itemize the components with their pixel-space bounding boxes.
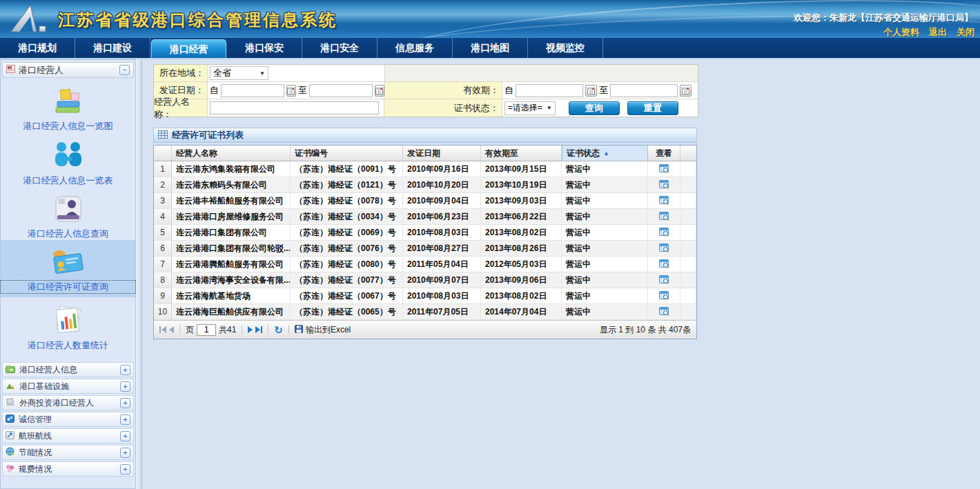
table-row[interactable]: 10 连云港海巨船舶供应有限公司 （苏连）港经证（0065）号 2011年07月…: [154, 304, 696, 320]
sidebar-splitter[interactable]: [136, 59, 142, 489]
view-detail-icon[interactable]: [659, 259, 669, 269]
sidebar-item-overview-table[interactable]: 港口经营人信息一览表: [1, 132, 135, 187]
filter-row-region: 所在地域： 全省 ▼: [154, 65, 698, 82]
expand-button[interactable]: +: [120, 415, 130, 425]
table-row[interactable]: 4 连云港港口房屋维修服务公司 （苏连）港经证（0034）号 2010年06月2…: [154, 209, 696, 225]
close-link[interactable]: 关闭: [957, 26, 974, 38]
row-number: 10: [154, 304, 172, 319]
tab-port-operation[interactable]: 港口经营: [151, 39, 226, 58]
table-row[interactable]: 7 连云港港腾船舶服务有限公司 （苏连）港经证（0080）号 2011年05月0…: [154, 257, 696, 272]
col-header-valid-until[interactable]: 有效期至: [481, 146, 562, 161]
query-button[interactable]: 查询: [569, 101, 620, 115]
col-header-name[interactable]: 经营人名称: [172, 146, 291, 161]
expand-button[interactable]: +: [120, 431, 130, 441]
section-flight-routes[interactable]: 航班航线 +: [2, 428, 134, 443]
validity-to-input[interactable]: [610, 84, 678, 97]
calendar-icon[interactable]: [680, 85, 692, 97]
integrity-icon: [6, 415, 14, 425]
issue-date-cell: 2011年07月05日: [403, 304, 481, 319]
sidebar-item-license-query[interactable]: 港口经营许可证查询: [1, 240, 135, 297]
panel-window-icon: [6, 65, 15, 75]
row-number: 5: [154, 225, 172, 240]
section-energy-saving[interactable]: 节能情况 +: [2, 445, 134, 460]
view-detail-icon[interactable]: [659, 180, 669, 190]
expand-button[interactable]: +: [120, 464, 130, 475]
section-label: 诚信管理: [19, 414, 116, 426]
view-detail-icon[interactable]: [659, 243, 669, 253]
view-detail-icon[interactable]: [659, 212, 669, 221]
valid-until-cell: 2013年08月26日: [481, 241, 562, 256]
valid-until-cell: 2013年09月03日: [481, 193, 562, 208]
sidebar-item-label: 港口经营许可证查询: [1, 281, 135, 293]
main-content: 所在地域： 全省 ▼ 发证日期： 自 至 有效期： 自: [142, 59, 980, 489]
sidebar-item-quantity-stats[interactable]: 港口经营人数量统计: [1, 297, 135, 352]
table-row[interactable]: 8 连云港港湾海事安全设备有限... （苏连）港经证（0077）号 2010年0…: [154, 272, 696, 288]
table-row[interactable]: 5 连云港港口集团有限公司 （苏连）港经证（0069）号 2010年08月03日…: [154, 225, 696, 241]
col-header-status[interactable]: 证书状态 ▲: [562, 146, 648, 161]
section-label: 规费情况: [19, 463, 116, 475]
region-select[interactable]: 全省 ▼: [210, 66, 268, 80]
tab-port-security[interactable]: 港口保安: [227, 38, 302, 58]
tab-info-service[interactable]: 信息服务: [378, 38, 453, 58]
cert-no-cell: （苏连）港经证（0034）号: [291, 209, 403, 224]
tab-port-map[interactable]: 港口地图: [453, 38, 528, 58]
globe-icon: [6, 447, 14, 458]
sort-asc-icon: ▲: [603, 150, 609, 157]
expand-button[interactable]: +: [120, 398, 130, 408]
view-detail-icon[interactable]: [659, 164, 669, 174]
table-row[interactable]: 6 连云港港口集团有限公司轮驳... （苏连）港经证（0076）号 2010年0…: [154, 241, 696, 257]
validity-from-input[interactable]: [516, 84, 583, 97]
export-excel-button[interactable]: 输出到Excel: [295, 324, 351, 336]
sidebar-panel-title: 港口经营人: [19, 64, 116, 77]
sidebar-item-overview-map[interactable]: 港口经营人信息一览图: [1, 78, 135, 132]
issue-date-from-input[interactable]: [221, 84, 284, 97]
page-number-input[interactable]: [197, 324, 216, 336]
view-detail-icon[interactable]: [659, 291, 669, 301]
expand-button[interactable]: +: [120, 365, 130, 375]
tab-video-monitor[interactable]: 视频监控: [528, 38, 603, 58]
cert-status-select[interactable]: =请选择= ▼: [504, 101, 556, 115]
section-operator-info[interactable]: 港口经营人信息 +: [2, 362, 134, 377]
view-detail-icon[interactable]: [659, 196, 669, 206]
table-row[interactable]: 2 连云港东粮码头有限公司 （苏连）港经证（0121）号 2010年10月20日…: [154, 177, 696, 193]
next-page-button[interactable]: [248, 326, 253, 333]
table-row[interactable]: 1 连云港东鸿集装箱有限公司 （苏连）港经证（0091）号 2010年09月16…: [154, 161, 696, 177]
first-page-button[interactable]: [159, 326, 166, 333]
col-header-view[interactable]: 查看: [648, 146, 680, 161]
sidebar-item-info-query[interactable]: 港口经营人信息查询: [1, 187, 135, 240]
reset-button[interactable]: 重置: [627, 101, 678, 115]
table-row[interactable]: 9 连云港海航基地货场 （苏连）港经证（0067）号 2010年08月03日 2…: [154, 288, 696, 304]
logout-link[interactable]: 退出: [929, 26, 947, 38]
view-detail-icon[interactable]: [659, 275, 669, 285]
view-detail-icon[interactable]: [659, 307, 669, 317]
tab-port-planning[interactable]: 港口规划: [0, 38, 75, 58]
section-integrity[interactable]: 诚信管理 +: [2, 412, 134, 427]
col-header-issue-date[interactable]: 发证日期: [403, 146, 481, 161]
col-header-cert-no[interactable]: 证书编号: [291, 146, 403, 161]
row-number: 6: [154, 241, 172, 256]
calendar-icon[interactable]: [585, 85, 597, 97]
issue-date-cell: 2010年08月03日: [403, 225, 481, 240]
sidebar-panel-header[interactable]: 港口经营人 −: [2, 62, 134, 78]
tab-port-safety[interactable]: 港口安全: [302, 38, 378, 58]
sidebar-item-label: 港口经营人数量统计: [1, 339, 135, 352]
section-fees[interactable]: 规费情况 +: [2, 461, 134, 477]
view-detail-icon[interactable]: [659, 228, 669, 237]
profile-link[interactable]: 个人资料: [883, 26, 919, 38]
issue-date-to-input[interactable]: [309, 84, 373, 97]
operator-name-input[interactable]: [210, 101, 379, 114]
filter-empty-cell: [385, 65, 698, 81]
collapse-button[interactable]: −: [119, 65, 130, 75]
last-page-button[interactable]: [255, 326, 262, 333]
tab-port-construction[interactable]: 港口建设: [75, 38, 150, 58]
section-infrastructure[interactable]: 港口基础设施 +: [2, 379, 134, 394]
expand-button[interactable]: +: [120, 448, 130, 458]
calendar-icon[interactable]: [375, 85, 384, 97]
section-foreign-investment[interactable]: 外商投资港口经营人 +: [2, 395, 134, 410]
expand-button[interactable]: +: [120, 381, 130, 392]
calendar-icon[interactable]: [286, 85, 296, 97]
table-row[interactable]: 3 连云港丰裕船舶服务有限公司 （苏连）港经证（0078）号 2010年09月0…: [154, 193, 696, 209]
prev-page-button[interactable]: [169, 326, 174, 333]
refresh-icon[interactable]: ↻: [274, 325, 283, 335]
row-number: 9: [154, 288, 172, 303]
